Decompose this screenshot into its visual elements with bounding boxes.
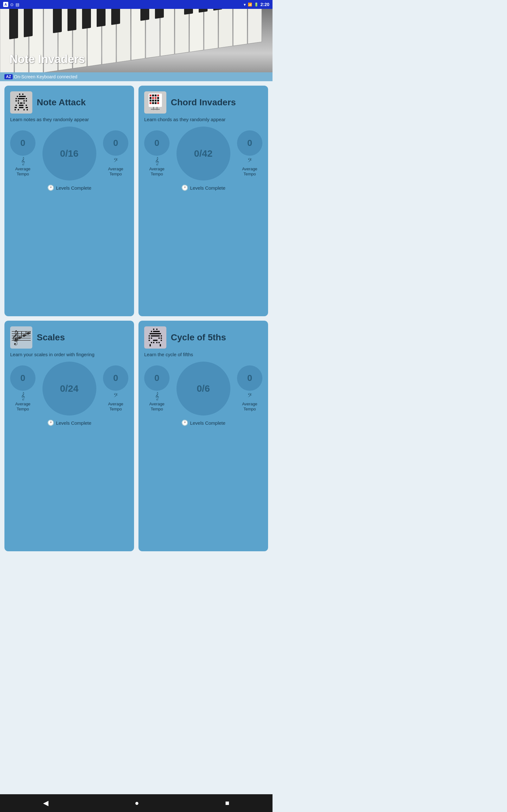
- scales-treble-count: 0: [10, 365, 36, 391]
- svg-rect-15: [204, 9, 218, 50]
- treble-clef-icon-2: 𝄞: [155, 157, 159, 165]
- svg-rect-79: [153, 107, 154, 110]
- svg-rect-20: [24, 9, 33, 37]
- svg-rect-40: [18, 98, 25, 99]
- svg-rect-46: [26, 100, 27, 101]
- scales-bass-count: 0: [103, 365, 128, 391]
- svg-rect-27: [155, 9, 164, 19]
- scales-title: Scales: [37, 333, 65, 343]
- chord-invaders-bass-stat: 0 𝄢 AverageTempo: [237, 131, 262, 176]
- chord-invaders-levels-circle: 0/42: [176, 126, 230, 181]
- chord-invaders-levels-complete-label: Levels Complete: [190, 185, 226, 191]
- svg-rect-13: [175, 9, 189, 54]
- svg-rect-23: [82, 9, 91, 29]
- cycle-of-5ths-card[interactable]: Cycle of 5ths Learn the cycle of fifths …: [138, 321, 268, 551]
- svg-rect-113: [151, 342, 152, 343]
- note-attack-treble-label: AverageTempo: [15, 166, 31, 176]
- bass-clef-icon-4: 𝄢: [247, 392, 252, 400]
- svg-rect-65: [157, 95, 159, 96]
- app-icon-layers: ▤: [15, 2, 19, 7]
- svg-rect-105: [161, 335, 162, 337]
- chord-invaders-treble-label: AverageTempo: [149, 166, 164, 176]
- svg-rect-92: [26, 331, 26, 336]
- scales-treble-label: AverageTempo: [15, 402, 31, 411]
- svg-rect-71: [152, 100, 154, 101]
- svg-rect-103: [149, 335, 150, 337]
- svg-rect-106: [149, 338, 150, 339]
- note-attack-treble-stat: 0 𝄞 AverageTempo: [10, 131, 36, 176]
- svg-rect-18: [248, 9, 262, 44]
- svg-rect-17: [233, 9, 247, 46]
- note-attack-treble-count: 0: [10, 131, 36, 156]
- history-icon-4: 🕐: [181, 419, 188, 426]
- empty-space: [0, 556, 273, 794]
- svg-rect-58: [23, 109, 25, 110]
- chord-invaders-icon: [144, 91, 166, 113]
- svg-rect-102: [150, 333, 161, 334]
- svg-rect-35: [22, 94, 23, 95]
- svg-rect-117: [150, 344, 151, 346]
- svg-rect-115: [156, 342, 158, 343]
- chord-invaders-card[interactable]: Chord Invaders Learn chords as they rand…: [138, 86, 268, 316]
- treble-clef-icon: 𝄞: [21, 157, 25, 165]
- svg-rect-45: [23, 100, 25, 101]
- svg-rect-59: [26, 109, 28, 110]
- chord-invaders-title: Chord Invaders: [171, 97, 236, 107]
- keyboard-bar: AZ On-Screen Keyboard connected: [0, 72, 273, 81]
- note-attack-bass-stat: 0 𝄢 AverageTempo: [103, 131, 128, 176]
- svg-rect-38: [24, 96, 26, 97]
- invader-pixel-art: [10, 91, 32, 113]
- cycle-stats: 0 𝄞 AverageTempo 0/6 0 𝄢 AverageTempo: [144, 362, 262, 415]
- svg-rect-75: [152, 102, 154, 104]
- cycle-treble-label: AverageTempo: [149, 402, 164, 411]
- svg-rect-43: [18, 100, 19, 101]
- svg-rect-97: [153, 328, 154, 330]
- svg-rect-110: [149, 340, 150, 341]
- svg-rect-47: [18, 102, 19, 104]
- svg-rect-100: [153, 331, 159, 332]
- battery-icon: 🔋: [254, 3, 259, 7]
- svg-rect-49: [23, 102, 25, 104]
- svg-rect-36: [17, 96, 18, 97]
- svg-rect-41: [26, 98, 27, 99]
- svg-rect-108: [158, 338, 160, 339]
- bass-clef-icon: 𝄢: [113, 157, 118, 165]
- nav-home-button[interactable]: ●: [135, 799, 139, 807]
- svg-rect-96: [144, 326, 166, 349]
- history-icon-1: 🕐: [47, 184, 54, 191]
- scales-treble-stat: 0 𝄞 AverageTempo: [10, 365, 36, 411]
- svg-rect-52: [26, 105, 27, 106]
- svg-rect-68: [155, 97, 157, 99]
- svg-rect-19: [9, 9, 18, 39]
- scales-levels-complete: 🕐 Levels Complete: [10, 419, 128, 426]
- nav-recents-button[interactable]: ■: [225, 799, 229, 807]
- scales-card[interactable]: 𝄞 Scales Learn your scales in order with…: [4, 321, 134, 551]
- svg-rect-50: [15, 105, 17, 106]
- svg-rect-42: [15, 100, 17, 101]
- svg-rect-16: [219, 9, 233, 48]
- svg-rect-112: [161, 340, 162, 341]
- svg-rect-64: [155, 95, 157, 96]
- cycle-levels-complete: 🕐 Levels Complete: [144, 419, 262, 426]
- chord-invaders-treble-count: 0: [144, 131, 170, 156]
- svg-rect-54: [19, 107, 23, 108]
- chord-invaders-treble-stat: 0 𝄞 AverageTempo: [144, 131, 170, 176]
- scales-bass-label: AverageTempo: [108, 402, 123, 411]
- app-title: Note Invaders: [9, 53, 85, 66]
- svg-rect-111: [153, 340, 158, 341]
- note-attack-card[interactable]: Note Attack Learn notes as they randomly…: [4, 86, 134, 316]
- az-badge: AZ: [4, 74, 13, 79]
- svg-rect-62: [150, 95, 152, 96]
- note-attack-levels-complete: 🕐 Levels Complete: [10, 184, 128, 191]
- status-left-icons: A ⊙ ▤: [3, 2, 19, 7]
- wifi-icon: ▾: [244, 2, 246, 7]
- chord-invaders-stats: 0 𝄞 AverageTempo 0/42 0 𝄢 AverageTempo: [144, 126, 262, 181]
- cycle-icon: [144, 326, 166, 349]
- note-attack-title: Note Attack: [37, 97, 86, 107]
- scales-description: Learn your scales in order with fingerin…: [10, 352, 128, 357]
- nav-back-button[interactable]: ◀: [43, 799, 49, 807]
- note-attack-description: Learn notes as they randomly appear: [10, 117, 128, 122]
- svg-rect-101: [158, 331, 160, 332]
- scales-bass-stat: 0 𝄢 AverageTempo: [103, 365, 128, 411]
- keyboard-status: On-Screen Keyboard connected: [14, 74, 77, 79]
